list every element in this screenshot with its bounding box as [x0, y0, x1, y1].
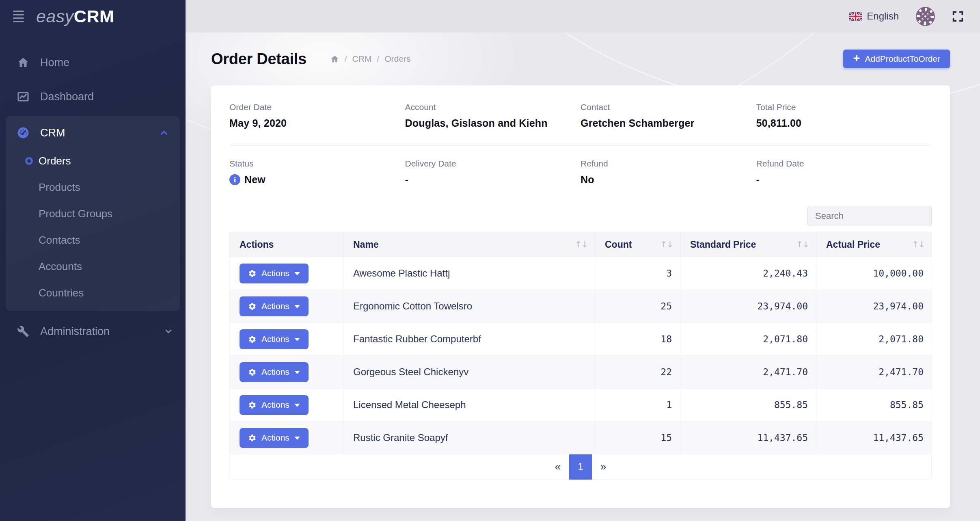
breadcrumb-crm[interactable]: CRM — [352, 54, 372, 64]
pagination-page-1[interactable]: 1 — [569, 454, 592, 480]
uk-flag-icon — [849, 12, 862, 21]
field-label: Refund Date — [756, 159, 932, 169]
user-avatar[interactable] — [916, 7, 935, 26]
field-label: Status — [229, 159, 405, 169]
language-label: English — [867, 11, 899, 22]
column-header-standard-price[interactable]: Standard Price↑↓ — [680, 232, 816, 257]
sidebar-item-label: Home — [40, 56, 69, 69]
row-actions-button[interactable]: Actions — [240, 428, 309, 448]
field-refund: Refund No — [581, 159, 756, 186]
table-header-row: Actions Name↑↓ Count↑↓ Standard Price↑↓ — [230, 232, 932, 257]
caret-down-icon — [294, 404, 300, 407]
cell-actual-price: 2,471.70 — [816, 356, 932, 389]
active-bullet-icon — [25, 157, 33, 165]
column-header-actions: Actions — [230, 232, 343, 257]
row-actions-button[interactable]: Actions — [240, 296, 309, 316]
info-icon[interactable]: i — [229, 174, 240, 185]
cell-standard-price: 11,437.65 — [680, 422, 816, 454]
sidebar-item-accounts[interactable]: Accounts — [6, 253, 180, 280]
sort-icon: ↑↓ — [660, 240, 673, 249]
field-refund-date: Refund Date - — [756, 159, 932, 186]
table-row: Actions Ergonomic Cotton Towelsro 25 23,… — [230, 290, 932, 323]
sidebar: easyCRM Home Dashboard — [0, 0, 186, 521]
cell-count: 22 — [595, 356, 680, 389]
sidebar-item-contacts[interactable]: Contacts — [6, 227, 180, 253]
sidebar-item-home[interactable]: Home — [0, 45, 186, 80]
tachometer-icon — [16, 126, 30, 140]
page-title: Order Details — [211, 50, 307, 68]
field-label: Delivery Date — [405, 159, 581, 169]
sidebar-item-label: Countries — [39, 287, 84, 299]
cell-product-name: Fantastic Rubber Computerbf — [343, 323, 595, 356]
chevron-up-icon — [159, 128, 169, 138]
sidebar-item-dashboard[interactable]: Dashboard — [0, 80, 186, 114]
sidebar-item-label: Administration — [40, 325, 110, 338]
field-value: 50,811.00 — [756, 117, 932, 129]
fullscreen-icon[interactable] — [952, 11, 964, 22]
row-actions-button[interactable]: Actions — [240, 362, 309, 382]
add-button-label: AddProductToOrder — [865, 54, 940, 64]
chart-line-icon — [16, 90, 30, 103]
row-actions-button[interactable]: Actions — [240, 395, 309, 415]
cell-standard-price: 23,974.00 — [680, 290, 816, 323]
caret-down-icon — [294, 338, 300, 341]
table-row: Actions Gorgeous Steel Chickenyv 22 2,47… — [230, 356, 932, 389]
cell-product-name: Licensed Metal Cheeseph — [343, 389, 595, 422]
sidebar-item-countries[interactable]: Countries — [6, 280, 180, 306]
field-label: Account — [405, 102, 581, 112]
breadcrumb-orders[interactable]: Orders — [384, 54, 410, 64]
field-label: Order Date — [229, 102, 405, 112]
wrench-icon — [16, 325, 30, 337]
field-delivery-date: Delivery Date - — [405, 159, 581, 186]
cell-product-name: Rustic Granite Soapyf — [343, 422, 595, 454]
column-header-actual-price[interactable]: Actual Price↑↓ — [816, 232, 932, 257]
cell-product-name: Ergonomic Cotton Towelsro — [343, 290, 595, 323]
divider — [229, 145, 932, 146]
field-value: May 9, 2020 — [229, 117, 405, 129]
search-input[interactable] — [807, 206, 932, 226]
row-actions-button[interactable]: Actions — [240, 329, 309, 349]
cell-count: 25 — [595, 290, 680, 323]
app-window: easyCRM Home Dashboard — [0, 0, 980, 521]
add-product-to-order-button[interactable]: + AddProductToOrder — [843, 50, 950, 68]
sidebar-item-products[interactable]: Products — [6, 174, 180, 201]
field-label: Contact — [581, 102, 756, 112]
status-value: New — [244, 174, 266, 186]
field-value: - — [405, 174, 581, 186]
brand-logo-light: easy — [36, 6, 74, 26]
row-actions-button[interactable]: Actions — [240, 264, 309, 283]
cell-standard-price: 2,471.70 — [680, 356, 816, 389]
sidebar-item-label: CRM — [40, 127, 65, 139]
sidebar-item-orders[interactable]: Orders — [6, 148, 180, 174]
cell-actual-price: 23,974.00 — [816, 290, 932, 323]
pagination-prev[interactable]: « — [546, 454, 569, 480]
pagination-next[interactable]: » — [592, 454, 615, 480]
brand-logo[interactable]: easyCRM — [36, 6, 114, 26]
main-area: English Order Details / CRM / — [186, 0, 980, 521]
column-header-name[interactable]: Name↑↓ — [343, 232, 595, 257]
field-contact: Contact Gretchen Schamberger — [581, 102, 756, 129]
cell-count: 3 — [595, 257, 680, 290]
order-info-row-1: Order Date May 9, 2020 Account Douglas, … — [229, 102, 932, 129]
cell-product-name: Gorgeous Steel Chickenyv — [343, 356, 595, 389]
brand-logo-bold: CRM — [74, 6, 114, 26]
cell-count: 1 — [595, 389, 680, 422]
cell-standard-price: 2,071.80 — [680, 323, 816, 356]
sidebar-item-label: Accounts — [39, 260, 82, 273]
cell-product-name: Awesome Plastic Hattj — [343, 257, 595, 290]
chevron-down-icon — [164, 326, 173, 336]
column-header-count[interactable]: Count↑↓ — [595, 232, 680, 257]
breadcrumb-home-icon[interactable] — [330, 54, 339, 64]
page-header: Order Details / CRM / Orders + AddProduc… — [211, 32, 950, 85]
field-label: Refund — [581, 159, 756, 169]
caret-down-icon — [294, 272, 300, 275]
menu-toggle-icon[interactable] — [13, 11, 24, 22]
sidebar-item-label: Contacts — [39, 234, 80, 246]
sidebar-item-product-groups[interactable]: Product Groups — [6, 201, 180, 227]
table-row: Actions Awesome Plastic Hattj 3 2,240.43… — [230, 257, 932, 290]
language-selector[interactable]: English — [849, 11, 899, 22]
sidebar-item-crm[interactable]: CRM — [6, 118, 180, 148]
sidebar-item-administration[interactable]: Administration — [0, 314, 186, 348]
plus-icon: + — [853, 52, 860, 64]
breadcrumb-separator: / — [377, 54, 379, 64]
